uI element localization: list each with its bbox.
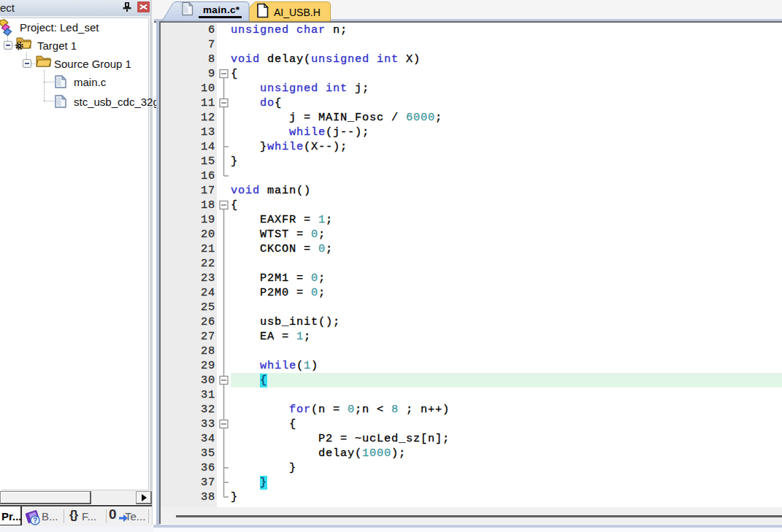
- svg-text:?: ?: [33, 517, 37, 525]
